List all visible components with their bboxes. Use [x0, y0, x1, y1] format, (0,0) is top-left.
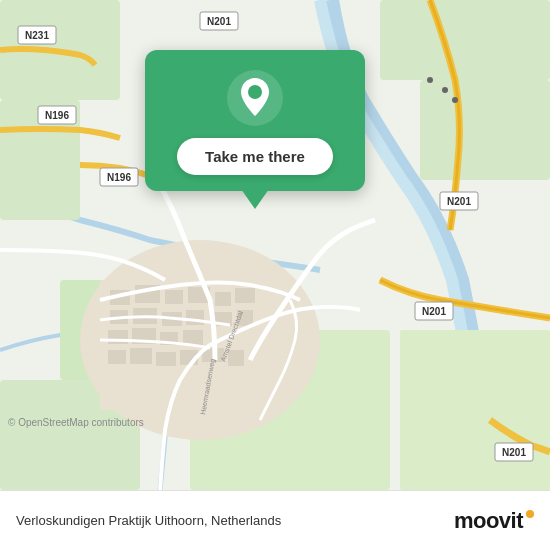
svg-text:N201: N201 — [502, 447, 526, 458]
moovit-dot — [526, 510, 534, 518]
moovit-logo: moovit — [454, 508, 534, 534]
svg-rect-29 — [156, 352, 176, 366]
location-info: Verloskundigen Praktijk Uithoorn, Nether… — [16, 513, 281, 528]
svg-rect-8 — [400, 330, 550, 490]
svg-rect-16 — [235, 288, 255, 303]
svg-rect-23 — [108, 330, 128, 344]
map-attribution: © OpenStreetMap contributors — [8, 417, 144, 428]
svg-rect-26 — [183, 330, 203, 345]
location-name: Verloskundigen Praktijk Uithoorn, Nether… — [16, 513, 281, 528]
bottom-bar: Verloskundigen Praktijk Uithoorn, Nether… — [0, 490, 550, 550]
svg-rect-28 — [130, 348, 152, 364]
svg-rect-15 — [215, 292, 231, 306]
location-popup: Take me there — [145, 50, 365, 191]
svg-text:N231: N231 — [25, 30, 49, 41]
moovit-logo-text: moovit — [454, 508, 523, 534]
svg-text:N196: N196 — [45, 110, 69, 121]
location-pin-icon — [227, 70, 283, 126]
svg-text:N201: N201 — [207, 16, 231, 27]
svg-rect-4 — [420, 80, 550, 180]
map-container: N231 N201 N196 N196 N201 N201 N201 Amste… — [0, 0, 550, 490]
svg-text:N201: N201 — [422, 306, 446, 317]
svg-rect-27 — [108, 350, 126, 364]
svg-rect-3 — [380, 0, 550, 80]
svg-text:N196: N196 — [107, 172, 131, 183]
svg-rect-13 — [165, 290, 183, 304]
svg-rect-20 — [186, 310, 204, 325]
svg-point-47 — [427, 77, 433, 83]
svg-point-49 — [452, 97, 458, 103]
take-me-there-button[interactable]: Take me there — [177, 138, 333, 175]
svg-point-53 — [248, 85, 262, 99]
svg-rect-32 — [228, 350, 244, 366]
svg-point-48 — [442, 87, 448, 93]
svg-text:N201: N201 — [447, 196, 471, 207]
